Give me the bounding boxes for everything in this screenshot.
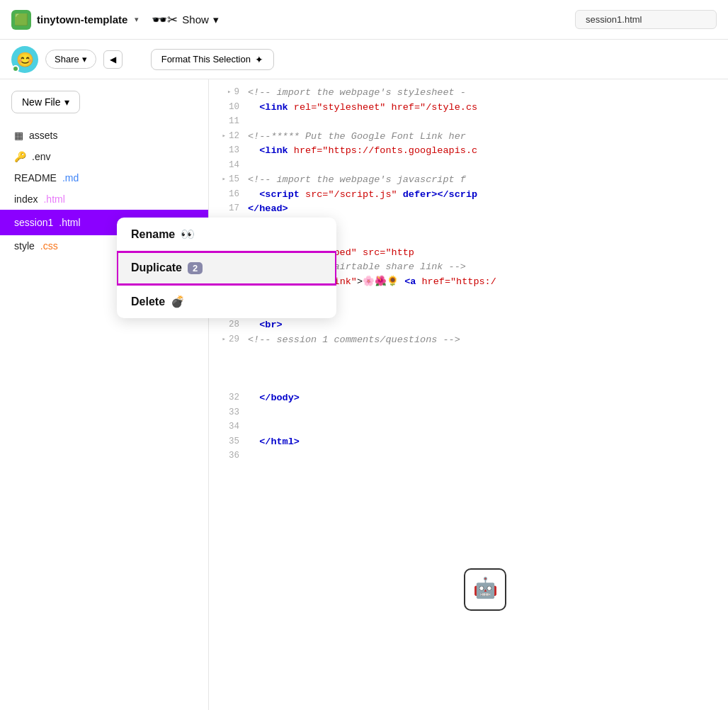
ln-16: 16 xyxy=(209,187,239,202)
code-line-17: </head> xyxy=(248,201,728,216)
file-ext-style: .css xyxy=(40,240,58,252)
ln-33: 33 xyxy=(209,405,239,420)
code-line-16: <script src="/script.js" defer></scrip xyxy=(248,187,728,202)
app-icon: 🟩 xyxy=(11,10,31,30)
rename-label: Rename xyxy=(131,228,175,241)
format-button[interactable]: Format This Selection ✦ xyxy=(151,49,274,70)
file-name-assets: assets xyxy=(29,130,57,141)
ln-17: 17 xyxy=(209,201,239,216)
code-line-14 xyxy=(248,158,728,173)
show-button[interactable]: 🕶️✂ Show ▾ xyxy=(144,9,226,31)
file-name-index-plain: index xyxy=(14,193,38,205)
line-numbers: ▸9 10 11 ▸12 13 14 ▸15 16 17 21 22 23 ▸2… xyxy=(209,79,248,710)
code-line-9: <!-- import the webpage's stylesheet - xyxy=(248,85,728,100)
show-label: Show xyxy=(182,13,209,26)
ln-robot xyxy=(209,346,239,390)
file-item-env[interactable]: 🔑 .env xyxy=(0,146,208,167)
ln-13: 13 xyxy=(209,143,239,158)
code-line-robot: 🤖 xyxy=(248,346,728,390)
file-item-assets[interactable]: ▦ assets xyxy=(0,125,208,146)
new-file-button[interactable]: New File ▾ xyxy=(11,91,80,113)
project-name: tinytown-template xyxy=(37,13,127,26)
code-line-32: </body> xyxy=(248,390,728,405)
ln-36: 36 xyxy=(209,449,239,463)
file-tab[interactable]: session1.html xyxy=(575,10,717,29)
new-file-label: New File xyxy=(22,96,60,108)
ln-9: ▸9 xyxy=(209,85,239,100)
code-line-11 xyxy=(248,114,728,129)
collapse-button[interactable]: ◀ xyxy=(103,50,123,69)
share-label: Share xyxy=(55,54,79,64)
file-item-index[interactable]: index.html xyxy=(0,188,208,210)
file-name-style-plain: style xyxy=(14,240,35,252)
context-menu-delete[interactable]: Delete 💣 xyxy=(117,285,336,318)
delete-icon: 💣 xyxy=(171,295,185,308)
context-menu: Rename 👀 Duplicate 2 Delete 💣 xyxy=(117,218,336,318)
code-lines: <!-- import the webpage's stylesheet - <… xyxy=(248,79,728,710)
duplicate-label: Duplicate xyxy=(131,261,182,274)
folder-icon: ▦ xyxy=(14,130,23,141)
ln-12: ▸12 xyxy=(209,129,239,144)
duplicate-badge: 2 xyxy=(188,262,203,274)
file-name-env: .env xyxy=(32,151,50,162)
ln-32: 32 xyxy=(209,390,239,405)
online-dot xyxy=(12,65,19,72)
format-label: Format This Selection xyxy=(161,54,251,64)
show-dropdown-icon: ▾ xyxy=(213,13,219,26)
ln-28: 28 xyxy=(209,317,239,332)
file-item-readme[interactable]: README.md xyxy=(0,167,208,188)
file-ext-readme: .md xyxy=(62,172,79,184)
second-bar: 😊 Share ▾ ◀ Format This Selection ✦ xyxy=(0,40,728,79)
ln-14: 14 xyxy=(209,158,239,173)
context-menu-rename[interactable]: Rename 👀 xyxy=(117,218,336,252)
code-line-13: <link href="https://fonts.googleapis.c xyxy=(248,143,728,158)
share-dropdown-icon: ▾ xyxy=(82,54,87,64)
project-dropdown-icon[interactable]: ▾ xyxy=(135,15,139,24)
code-line-10: <link rel="stylesheet" href="/style.cs xyxy=(248,100,728,115)
ln-10: 10 xyxy=(209,100,239,115)
sparkle-icon: ✦ xyxy=(255,54,263,65)
collapse-icon: ◀ xyxy=(110,55,116,64)
context-menu-duplicate[interactable]: Duplicate 2 xyxy=(117,252,336,285)
glasses-icon: 🕶️✂ xyxy=(152,12,178,28)
code-area[interactable]: ▸9 10 11 ▸12 13 14 ▸15 16 17 21 22 23 ▸2… xyxy=(209,79,728,710)
file-name-readme-plain: README xyxy=(14,172,57,184)
ln-34: 34 xyxy=(209,419,239,434)
code-line-33 xyxy=(248,405,728,420)
top-bar: 🟩 tinytown-template ▾ 🕶️✂ Show ▾ session… xyxy=(0,0,728,40)
code-line-29: <!-- session 1 comments/questions --> xyxy=(248,332,728,347)
code-content: ▸9 10 11 ▸12 13 14 ▸15 16 17 21 22 23 ▸2… xyxy=(209,79,728,710)
ln-35: 35 xyxy=(209,434,239,449)
main-layout: New File ▾ ▦ assets 🔑 .env README.md ind… xyxy=(0,79,728,710)
share-button[interactable]: Share ▾ xyxy=(45,50,96,69)
file-ext-index: .html xyxy=(43,193,64,205)
avatar: 😊 xyxy=(11,46,38,73)
delete-label: Delete xyxy=(131,295,165,308)
sidebar: New File ▾ ▦ assets 🔑 .env README.md ind… xyxy=(0,79,209,710)
robot-icon: 🤖 xyxy=(464,568,506,611)
code-line-15: <!-- import the webpage's javascript f xyxy=(248,172,728,187)
code-line-12: <!--***** Put the Google Font Link her xyxy=(248,129,728,144)
code-line-34 xyxy=(248,419,728,434)
file-ext-session1: .html xyxy=(59,217,80,228)
key-icon: 🔑 xyxy=(14,151,26,162)
rename-icon: 👀 xyxy=(181,227,195,241)
code-line-35: </html> xyxy=(248,434,728,449)
ln-29: ▸29 xyxy=(209,332,239,347)
ln-11: 11 xyxy=(209,114,239,129)
code-line-28: <br> xyxy=(248,317,728,332)
ln-15: ▸15 xyxy=(209,172,239,187)
new-file-arrow-icon: ▾ xyxy=(64,96,69,108)
file-name-session1-plain: session1 xyxy=(14,217,53,228)
code-line-36 xyxy=(248,449,728,463)
